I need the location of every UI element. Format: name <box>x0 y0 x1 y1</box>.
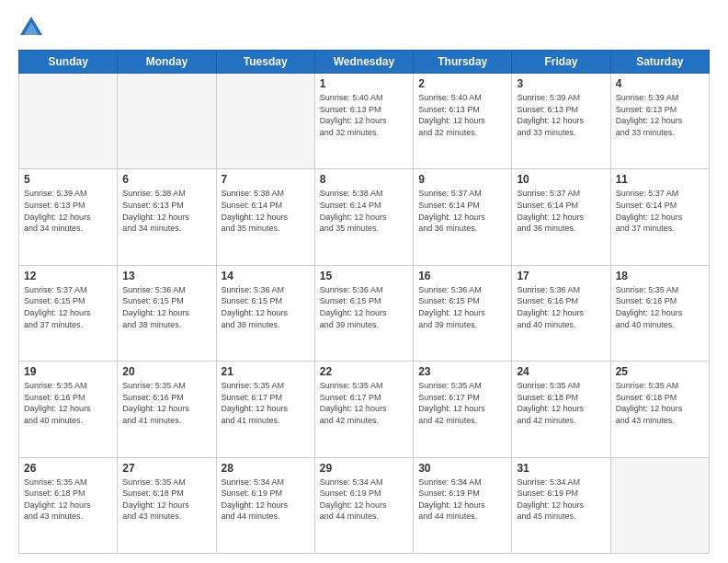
header-cell-friday: Friday <box>512 51 610 74</box>
week-row-4: 19Sunrise: 5:35 AM Sunset: 6:16 PM Dayli… <box>19 362 710 457</box>
day-info: Sunrise: 5:39 AM Sunset: 6:13 PM Dayligh… <box>517 92 605 138</box>
day-info: Sunrise: 5:34 AM Sunset: 6:19 PM Dayligh… <box>222 477 310 523</box>
day-number: 11 <box>616 173 704 186</box>
day-cell: 21Sunrise: 5:35 AM Sunset: 6:17 PM Dayli… <box>216 362 314 457</box>
logo <box>18 15 48 40</box>
day-cell: 10Sunrise: 5:37 AM Sunset: 6:14 PM Dayli… <box>512 169 610 265</box>
day-info: Sunrise: 5:36 AM Sunset: 6:15 PM Dayligh… <box>320 284 408 330</box>
day-info: Sunrise: 5:34 AM Sunset: 6:19 PM Dayligh… <box>418 477 506 523</box>
header-cell-sunday: Sunday <box>19 51 118 74</box>
day-number: 30 <box>418 462 506 475</box>
week-row-2: 5Sunrise: 5:39 AM Sunset: 6:13 PM Daylig… <box>19 169 710 265</box>
day-number: 22 <box>320 365 408 378</box>
day-info: Sunrise: 5:39 AM Sunset: 6:13 PM Dayligh… <box>24 188 112 234</box>
day-number: 2 <box>418 77 506 90</box>
day-cell <box>19 74 118 169</box>
day-info: Sunrise: 5:35 AM Sunset: 6:18 PM Dayligh… <box>517 380 605 426</box>
day-number: 7 <box>222 173 310 186</box>
day-cell: 12Sunrise: 5:37 AM Sunset: 6:15 PM Dayli… <box>19 265 118 361</box>
header-cell-wednesday: Wednesday <box>314 51 413 74</box>
day-info: Sunrise: 5:36 AM Sunset: 6:15 PM Dayligh… <box>122 284 210 330</box>
day-cell: 16Sunrise: 5:36 AM Sunset: 6:15 PM Dayli… <box>414 265 512 361</box>
day-cell <box>610 457 709 553</box>
day-info: Sunrise: 5:39 AM Sunset: 6:13 PM Dayligh… <box>616 92 704 138</box>
day-info: Sunrise: 5:35 AM Sunset: 6:17 PM Dayligh… <box>418 380 506 426</box>
day-number: 23 <box>418 365 506 378</box>
day-number: 9 <box>418 173 506 186</box>
day-cell: 20Sunrise: 5:35 AM Sunset: 6:16 PM Dayli… <box>118 362 216 457</box>
day-info: Sunrise: 5:35 AM Sunset: 6:16 PM Dayligh… <box>616 284 704 330</box>
day-number: 28 <box>222 462 310 475</box>
day-cell: 2Sunrise: 5:40 AM Sunset: 6:13 PM Daylig… <box>414 74 512 169</box>
page: SundayMondayTuesdayWednesdayThursdayFrid… <box>0 0 728 563</box>
day-info: Sunrise: 5:36 AM Sunset: 6:15 PM Dayligh… <box>222 284 310 330</box>
day-number: 6 <box>122 173 210 186</box>
day-cell: 24Sunrise: 5:35 AM Sunset: 6:18 PM Dayli… <box>512 362 610 457</box>
logo-icon <box>18 15 44 40</box>
day-cell: 28Sunrise: 5:34 AM Sunset: 6:19 PM Dayli… <box>216 457 314 553</box>
day-cell: 27Sunrise: 5:35 AM Sunset: 6:18 PM Dayli… <box>118 457 216 553</box>
day-info: Sunrise: 5:36 AM Sunset: 6:16 PM Dayligh… <box>517 284 605 330</box>
day-info: Sunrise: 5:34 AM Sunset: 6:19 PM Dayligh… <box>517 477 605 523</box>
day-cell: 15Sunrise: 5:36 AM Sunset: 6:15 PM Dayli… <box>314 265 413 361</box>
day-number: 14 <box>222 270 310 282</box>
day-info: Sunrise: 5:37 AM Sunset: 6:14 PM Dayligh… <box>418 188 506 234</box>
day-info: Sunrise: 5:35 AM Sunset: 6:17 PM Dayligh… <box>320 380 408 426</box>
day-cell: 25Sunrise: 5:35 AM Sunset: 6:18 PM Dayli… <box>610 362 709 457</box>
header-cell-thursday: Thursday <box>414 51 512 74</box>
calendar-header: SundayMondayTuesdayWednesdayThursdayFrid… <box>19 51 710 74</box>
day-cell: 8Sunrise: 5:38 AM Sunset: 6:14 PM Daylig… <box>314 169 413 265</box>
day-cell: 19Sunrise: 5:35 AM Sunset: 6:16 PM Dayli… <box>19 362 118 457</box>
day-cell: 13Sunrise: 5:36 AM Sunset: 6:15 PM Dayli… <box>118 265 216 361</box>
day-info: Sunrise: 5:40 AM Sunset: 6:13 PM Dayligh… <box>320 92 408 138</box>
week-row-1: 1Sunrise: 5:40 AM Sunset: 6:13 PM Daylig… <box>19 74 710 169</box>
header-cell-monday: Monday <box>118 51 216 74</box>
day-number: 13 <box>122 270 210 282</box>
day-info: Sunrise: 5:40 AM Sunset: 6:13 PM Dayligh… <box>418 92 506 138</box>
day-number: 31 <box>517 462 605 475</box>
day-cell <box>118 74 216 169</box>
day-number: 10 <box>517 173 605 186</box>
day-number: 15 <box>320 270 408 282</box>
day-cell: 5Sunrise: 5:39 AM Sunset: 6:13 PM Daylig… <box>19 169 118 265</box>
calendar-table: SundayMondayTuesdayWednesdayThursdayFrid… <box>18 50 710 554</box>
header-row: SundayMondayTuesdayWednesdayThursdayFrid… <box>19 51 710 74</box>
day-info: Sunrise: 5:35 AM Sunset: 6:18 PM Dayligh… <box>24 477 112 523</box>
day-cell: 17Sunrise: 5:36 AM Sunset: 6:16 PM Dayli… <box>512 265 610 361</box>
header <box>18 15 710 40</box>
day-cell: 31Sunrise: 5:34 AM Sunset: 6:19 PM Dayli… <box>512 457 610 553</box>
day-cell: 6Sunrise: 5:38 AM Sunset: 6:13 PM Daylig… <box>118 169 216 265</box>
day-cell: 23Sunrise: 5:35 AM Sunset: 6:17 PM Dayli… <box>414 362 512 457</box>
day-number: 5 <box>24 173 112 186</box>
day-info: Sunrise: 5:37 AM Sunset: 6:14 PM Dayligh… <box>517 188 605 234</box>
day-cell: 30Sunrise: 5:34 AM Sunset: 6:19 PM Dayli… <box>414 457 512 553</box>
day-number: 16 <box>418 270 506 282</box>
day-cell: 7Sunrise: 5:38 AM Sunset: 6:14 PM Daylig… <box>216 169 314 265</box>
day-number: 24 <box>517 365 605 378</box>
day-cell: 14Sunrise: 5:36 AM Sunset: 6:15 PM Dayli… <box>216 265 314 361</box>
day-number: 8 <box>320 173 408 186</box>
day-info: Sunrise: 5:36 AM Sunset: 6:15 PM Dayligh… <box>418 284 506 330</box>
day-info: Sunrise: 5:35 AM Sunset: 6:17 PM Dayligh… <box>222 380 310 426</box>
day-number: 19 <box>24 365 112 378</box>
day-number: 26 <box>24 462 112 475</box>
day-cell: 3Sunrise: 5:39 AM Sunset: 6:13 PM Daylig… <box>512 74 610 169</box>
header-cell-saturday: Saturday <box>610 51 709 74</box>
day-number: 27 <box>122 462 210 475</box>
day-number: 21 <box>222 365 310 378</box>
day-number: 17 <box>517 270 605 282</box>
day-info: Sunrise: 5:35 AM Sunset: 6:16 PM Dayligh… <box>122 380 210 426</box>
week-row-3: 12Sunrise: 5:37 AM Sunset: 6:15 PM Dayli… <box>19 265 710 361</box>
day-info: Sunrise: 5:38 AM Sunset: 6:14 PM Dayligh… <box>222 188 310 234</box>
calendar-body: 1Sunrise: 5:40 AM Sunset: 6:13 PM Daylig… <box>19 74 710 554</box>
day-cell: 11Sunrise: 5:37 AM Sunset: 6:14 PM Dayli… <box>610 169 709 265</box>
day-number: 20 <box>122 365 210 378</box>
day-info: Sunrise: 5:34 AM Sunset: 6:19 PM Dayligh… <box>320 477 408 523</box>
day-number: 18 <box>616 270 704 282</box>
day-cell: 26Sunrise: 5:35 AM Sunset: 6:18 PM Dayli… <box>19 457 118 553</box>
day-number: 1 <box>320 77 408 90</box>
header-cell-tuesday: Tuesday <box>216 51 314 74</box>
day-info: Sunrise: 5:38 AM Sunset: 6:13 PM Dayligh… <box>122 188 210 234</box>
day-cell: 9Sunrise: 5:37 AM Sunset: 6:14 PM Daylig… <box>414 169 512 265</box>
day-cell: 18Sunrise: 5:35 AM Sunset: 6:16 PM Dayli… <box>610 265 709 361</box>
